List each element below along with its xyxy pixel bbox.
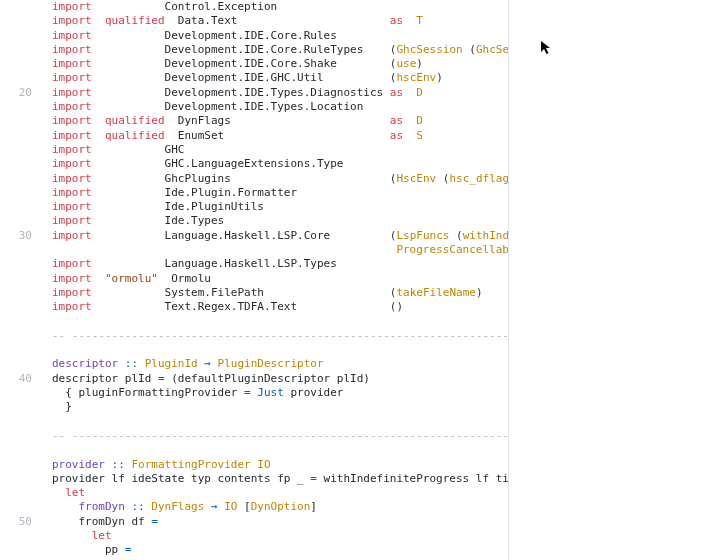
code-token bbox=[337, 57, 390, 70]
code-line[interactable]: fromDyn :: DynFlags → IO [DynOption] bbox=[52, 500, 509, 514]
code-line[interactable]: pp = bbox=[52, 543, 509, 557]
code-token bbox=[52, 486, 65, 499]
code-token bbox=[92, 143, 165, 156]
code-line[interactable] bbox=[52, 415, 509, 429]
code-line[interactable]: import Development.IDE.Types.Diagnostics… bbox=[52, 86, 509, 100]
code-token: System.FilePath bbox=[165, 286, 264, 299]
code-line[interactable]: ProgressCancellable (Cancellable)) bbox=[52, 243, 509, 257]
line-number bbox=[0, 472, 42, 486]
code-token: -- -------------------------------------… bbox=[52, 429, 509, 442]
code-line[interactable]: provider :: FormattingProvider IO bbox=[52, 458, 509, 472]
code-line[interactable] bbox=[52, 315, 509, 329]
code-token: import bbox=[52, 14, 92, 27]
line-number bbox=[0, 0, 42, 14]
code-token: ProgressCancellable bbox=[396, 243, 509, 256]
code-line[interactable]: descriptor plId = (defaultPluginDescript… bbox=[52, 372, 509, 386]
code-token: Ide.PluginUtils bbox=[165, 200, 264, 213]
code-token: provider lf ideState typ contents fp _ bbox=[52, 472, 310, 485]
code-line[interactable]: descriptor :: PluginId → PluginDescripto… bbox=[52, 357, 509, 371]
code-line[interactable]: import Language.Haskell.LSP.Core (LspFun… bbox=[52, 229, 509, 243]
code-line[interactable]: import Development.IDE.GHC.Util (hscEnv) bbox=[52, 71, 509, 85]
line-number bbox=[0, 200, 42, 214]
line-number bbox=[0, 300, 42, 314]
code-token: GHC bbox=[165, 143, 185, 156]
code-line[interactable]: provider lf ideState typ contents fp _ =… bbox=[52, 472, 509, 486]
code-line[interactable]: fromDyn df = bbox=[52, 515, 509, 529]
code-token: Language.Haskell.LSP.Types bbox=[165, 257, 337, 270]
code-token: fromDyn bbox=[79, 500, 125, 513]
code-token bbox=[264, 286, 390, 299]
code-line[interactable]: } bbox=[52, 400, 509, 414]
code-line[interactable]: import qualified Data.Text as T bbox=[52, 14, 509, 28]
code-line[interactable]: import Text.Regex.TDFA.Text () bbox=[52, 300, 509, 314]
code-token: Language.Haskell.LSP.Core bbox=[165, 229, 331, 242]
code-line[interactable]: import Development.IDE.Core.Rules bbox=[52, 29, 509, 43]
code-token bbox=[297, 300, 390, 313]
code-token: provider bbox=[52, 458, 105, 471]
code-token: D bbox=[416, 86, 423, 99]
line-number bbox=[0, 272, 42, 286]
code-line[interactable]: import Control.Exception bbox=[52, 0, 509, 14]
code-token: PluginDescriptor bbox=[218, 357, 324, 370]
code-token bbox=[158, 272, 171, 285]
line-number bbox=[0, 415, 42, 429]
code-token: as bbox=[390, 114, 403, 127]
code-token: Development.IDE.Core.Shake bbox=[165, 57, 337, 70]
line-number: 30 bbox=[0, 229, 42, 243]
code-line[interactable]: import Development.IDE.Core.Shake (use) bbox=[52, 57, 509, 71]
code-line[interactable]: import Ide.Types bbox=[52, 214, 509, 228]
code-token bbox=[92, 100, 165, 113]
code-token: as bbox=[390, 129, 403, 142]
code-token: T bbox=[416, 14, 423, 27]
code-line[interactable]: import Development.IDE.Types.Location bbox=[52, 100, 509, 114]
line-number bbox=[0, 257, 42, 271]
code-editor[interactable]: 20304050 import Control.Exceptionimport … bbox=[0, 0, 509, 560]
code-line[interactable]: let bbox=[52, 486, 509, 500]
code-line[interactable]: import System.FilePath (takeFileName) bbox=[52, 286, 509, 300]
code-line[interactable]: import Ide.PluginUtils bbox=[52, 200, 509, 214]
code-token: import bbox=[52, 100, 92, 113]
code-line[interactable]: import "ormolu" Ormolu bbox=[52, 272, 509, 286]
line-number: 40 bbox=[0, 372, 42, 386]
code-line[interactable]: let bbox=[52, 529, 509, 543]
code-content[interactable]: import Control.Exceptionimport qualified… bbox=[52, 0, 509, 558]
code-token: import bbox=[52, 229, 92, 242]
line-number bbox=[0, 243, 42, 257]
code-token: (defaultPluginDescriptor plId) bbox=[165, 372, 370, 385]
code-line[interactable] bbox=[52, 343, 509, 357]
code-line[interactable]: { pluginFormattingProvider = Just provid… bbox=[52, 386, 509, 400]
code-token bbox=[92, 214, 165, 227]
line-number bbox=[0, 500, 42, 514]
code-token: import bbox=[52, 186, 92, 199]
code-token: PluginId bbox=[145, 357, 198, 370]
code-token bbox=[363, 43, 390, 56]
code-token bbox=[52, 529, 92, 542]
code-line[interactable]: import GhcPlugins (HscEnv (hsc_dflags)) bbox=[52, 172, 509, 186]
line-number bbox=[0, 71, 42, 85]
code-token: import bbox=[52, 257, 92, 270]
code-line[interactable]: import Language.Haskell.LSP.Types bbox=[52, 257, 509, 271]
code-line[interactable]: import GHC bbox=[52, 143, 509, 157]
code-token bbox=[92, 71, 165, 84]
code-token: Text.Regex.TDFA.Text bbox=[165, 300, 297, 313]
line-number bbox=[0, 186, 42, 200]
code-token: ) bbox=[416, 57, 423, 70]
code-token: provider bbox=[284, 386, 344, 399]
code-token: DynFlags bbox=[178, 114, 231, 127]
code-token: ( bbox=[463, 43, 476, 56]
code-token bbox=[52, 243, 396, 256]
code-line[interactable]: import qualified EnumSet as S bbox=[52, 129, 509, 143]
code-line[interactable]: import Development.IDE.Core.RuleTypes (G… bbox=[52, 43, 509, 57]
code-line[interactable]: import qualified DynFlags as D bbox=[52, 114, 509, 128]
code-line[interactable]: -- -------------------------------------… bbox=[52, 429, 509, 443]
code-token: fromDyn df bbox=[52, 515, 151, 528]
code-line[interactable]: import Ide.Plugin.Formatter bbox=[52, 186, 509, 200]
line-number bbox=[0, 129, 42, 143]
code-token bbox=[92, 257, 165, 270]
code-line[interactable]: import GHC.LanguageExtensions.Type bbox=[52, 157, 509, 171]
code-token: { pluginFormattingProvider bbox=[52, 386, 244, 399]
code-token: ( bbox=[449, 229, 462, 242]
code-token bbox=[165, 129, 178, 142]
code-line[interactable] bbox=[52, 443, 509, 457]
code-line[interactable]: -- -------------------------------------… bbox=[52, 329, 509, 343]
